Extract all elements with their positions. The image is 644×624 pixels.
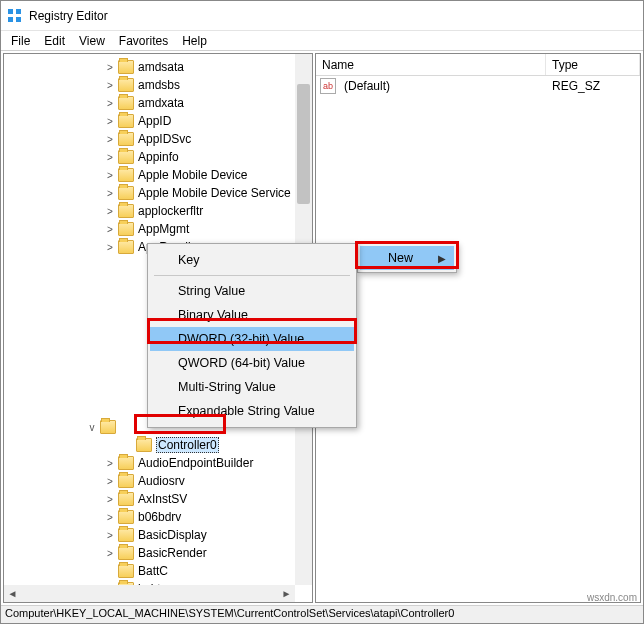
tree-node-label: Appinfo bbox=[138, 150, 179, 164]
scroll-right-icon[interactable]: ► bbox=[278, 585, 295, 602]
tree-node[interactable]: Controller0 bbox=[4, 436, 312, 454]
expand-icon[interactable]: > bbox=[104, 116, 116, 127]
tree-node-label: Controller0 bbox=[156, 437, 219, 453]
tree-node[interactable]: >amdxata bbox=[4, 94, 312, 112]
expand-icon[interactable]: > bbox=[104, 224, 116, 235]
folder-icon bbox=[118, 240, 134, 254]
tree-node-label: BasicDisplay bbox=[138, 528, 207, 542]
expand-icon[interactable]: > bbox=[104, 188, 116, 199]
menu-view[interactable]: View bbox=[73, 32, 111, 50]
expand-icon[interactable]: > bbox=[104, 80, 116, 91]
new-expandable-string-value[interactable]: Expandable String Value bbox=[150, 399, 354, 423]
folder-icon bbox=[136, 438, 152, 452]
expand-icon[interactable]: > bbox=[104, 476, 116, 487]
tree-node[interactable]: >BasicDisplay bbox=[4, 526, 312, 544]
tree-node[interactable]: >amdsbs bbox=[4, 76, 312, 94]
folder-icon bbox=[118, 60, 134, 74]
column-type[interactable]: Type bbox=[546, 54, 640, 75]
tree-node[interactable]: >AxInstSV bbox=[4, 490, 312, 508]
expand-icon[interactable]: v bbox=[86, 422, 98, 433]
value-list-panel: Name Type ab(Default)REG_SZ bbox=[315, 53, 641, 603]
expand-icon[interactable]: > bbox=[104, 242, 116, 253]
folder-icon bbox=[118, 150, 134, 164]
new-binary-value[interactable]: Binary Value bbox=[150, 303, 354, 327]
context-menu-new-label: New bbox=[388, 251, 413, 265]
svg-rect-1 bbox=[16, 9, 21, 14]
expand-icon[interactable]: > bbox=[104, 152, 116, 163]
svg-rect-3 bbox=[16, 17, 21, 22]
new-key-label: Key bbox=[178, 253, 200, 267]
expand-icon[interactable]: > bbox=[104, 530, 116, 541]
folder-icon bbox=[118, 528, 134, 542]
tree-node-label: AxInstSV bbox=[138, 492, 187, 506]
folder-icon bbox=[118, 114, 134, 128]
expand-icon[interactable]: > bbox=[104, 62, 116, 73]
tree-node[interactable]: >Audiosrv bbox=[4, 472, 312, 490]
expand-icon[interactable]: > bbox=[104, 458, 116, 469]
tree-node[interactable]: >AppIDSvc bbox=[4, 130, 312, 148]
menu-help[interactable]: Help bbox=[176, 32, 213, 50]
scroll-left-icon[interactable]: ◄ bbox=[4, 585, 21, 602]
tree-node-label: Apple Mobile Device Service bbox=[138, 186, 291, 200]
tree-node[interactable]: >amdsata bbox=[4, 58, 312, 76]
folder-icon bbox=[118, 186, 134, 200]
new-expandable-label: Expandable String Value bbox=[178, 404, 315, 418]
expand-icon[interactable]: > bbox=[104, 512, 116, 523]
context-menu-parent: New ▶ bbox=[357, 243, 457, 273]
svg-rect-0 bbox=[8, 9, 13, 14]
expand-icon[interactable]: > bbox=[104, 98, 116, 109]
tree-node-label: b06bdrv bbox=[138, 510, 181, 524]
folder-icon bbox=[118, 168, 134, 182]
tree-node[interactable]: >BasicRender bbox=[4, 544, 312, 562]
new-dword-label: DWORD (32-bit) Value bbox=[178, 332, 304, 346]
tree-node-label: applockerfltr bbox=[138, 204, 203, 218]
expand-icon[interactable]: > bbox=[104, 134, 116, 145]
value-name: (Default) bbox=[338, 79, 546, 93]
new-qword-value[interactable]: QWORD (64-bit) Value bbox=[150, 351, 354, 375]
tree-node[interactable]: >AppID bbox=[4, 112, 312, 130]
new-multistring-label: Multi-String Value bbox=[178, 380, 276, 394]
menu-bar: File Edit View Favorites Help bbox=[1, 31, 643, 51]
list-body[interactable]: ab(Default)REG_SZ bbox=[316, 76, 640, 96]
tree-horizontal-scrollbar[interactable]: ◄ ► bbox=[4, 585, 295, 602]
tree-node-label: AppIDSvc bbox=[138, 132, 191, 146]
folder-icon bbox=[118, 78, 134, 92]
folder-icon bbox=[118, 474, 134, 488]
expand-icon[interactable]: > bbox=[104, 494, 116, 505]
scrollbar-thumb[interactable] bbox=[297, 84, 310, 204]
new-binary-label: Binary Value bbox=[178, 308, 248, 322]
expand-icon[interactable]: > bbox=[104, 548, 116, 559]
tree-node-label: AppMgmt bbox=[138, 222, 189, 236]
list-header: Name Type bbox=[316, 54, 640, 76]
folder-icon bbox=[118, 222, 134, 236]
tree-node[interactable]: >Apple Mobile Device Service bbox=[4, 184, 312, 202]
list-row[interactable]: ab(Default)REG_SZ bbox=[316, 76, 640, 96]
folder-icon bbox=[118, 564, 134, 578]
expand-icon[interactable]: > bbox=[104, 206, 116, 217]
new-string-value[interactable]: String Value bbox=[150, 279, 354, 303]
tree-node-label: Audiosrv bbox=[138, 474, 185, 488]
tree-node-label: AudioEndpointBuilder bbox=[138, 456, 253, 470]
menu-file[interactable]: File bbox=[5, 32, 36, 50]
app-icon bbox=[7, 8, 23, 24]
tree-node[interactable]: BattC bbox=[4, 562, 312, 580]
context-menu-new[interactable]: New ▶ bbox=[360, 246, 454, 270]
column-name[interactable]: Name bbox=[316, 54, 546, 75]
tree-node[interactable]: >b06bdrv bbox=[4, 508, 312, 526]
new-key[interactable]: Key bbox=[150, 248, 354, 272]
new-dword-value[interactable]: DWORD (32-bit) Value bbox=[150, 327, 354, 351]
expand-icon[interactable]: > bbox=[104, 170, 116, 181]
tree-node[interactable]: >AppMgmt bbox=[4, 220, 312, 238]
tree-node[interactable]: >Apple Mobile Device bbox=[4, 166, 312, 184]
watermark: wsxdn.com bbox=[587, 592, 637, 603]
menu-edit[interactable]: Edit bbox=[38, 32, 71, 50]
tree-node-label: amdsata bbox=[138, 60, 184, 74]
tree-node[interactable]: >AudioEndpointBuilder bbox=[4, 454, 312, 472]
tree-node[interactable]: >Appinfo bbox=[4, 148, 312, 166]
menu-favorites[interactable]: Favorites bbox=[113, 32, 174, 50]
tree-node-label: amdxata bbox=[138, 96, 184, 110]
tree-node[interactable]: >applockerfltr bbox=[4, 202, 312, 220]
new-string-label: String Value bbox=[178, 284, 245, 298]
value-type: REG_SZ bbox=[546, 79, 606, 93]
new-multistring-value[interactable]: Multi-String Value bbox=[150, 375, 354, 399]
